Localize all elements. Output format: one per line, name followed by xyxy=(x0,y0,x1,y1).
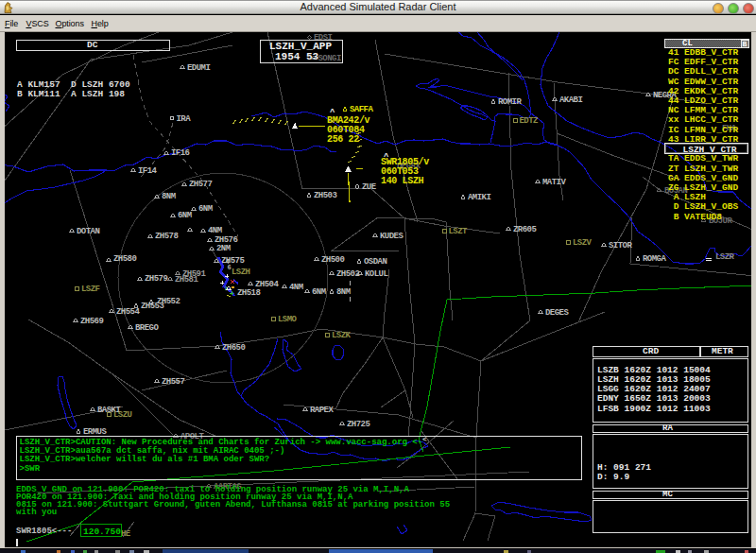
svg-text:LSZV: LSZV xyxy=(573,238,593,248)
svg-text:ROMGA: ROMGA xyxy=(643,254,666,264)
svg-text:256 22: 256 22 xyxy=(327,134,359,145)
svg-text:4NM: 4NM xyxy=(289,283,303,292)
svg-text:EDUMI: EDUMI xyxy=(187,63,210,73)
svg-text:ROMIR: ROMIR xyxy=(498,97,522,107)
svg-text:ZH554: ZH554 xyxy=(116,307,140,317)
svg-text:LSZF: LSZF xyxy=(81,285,100,294)
svg-text:LSZR: LSZR xyxy=(715,252,735,262)
svg-text:6NM: 6NM xyxy=(178,211,192,220)
svg-text:ZH557: ZH557 xyxy=(162,377,184,387)
svg-text:ZH650: ZH650 xyxy=(222,343,245,353)
svg-text:DOTAN: DOTAN xyxy=(77,227,99,236)
svg-text:LSZT: LSZT xyxy=(449,227,469,236)
svg-text:IF14: IF14 xyxy=(138,166,158,176)
svg-text:ZH580: ZH580 xyxy=(113,254,136,264)
svg-text:KOLUL: KOLUL xyxy=(365,269,387,279)
svg-text:ZH577: ZH577 xyxy=(189,180,212,189)
svg-text:ZUE: ZUE xyxy=(362,182,377,192)
svg-text:SAFFA: SAFFA xyxy=(350,105,373,114)
svg-text:LSMO: LSMO xyxy=(278,315,298,324)
svg-text:AMIKI: AMIKI xyxy=(468,193,490,202)
svg-text:ZH503: ZH503 xyxy=(314,191,336,200)
svg-text:ZH518: ZH518 xyxy=(237,288,260,298)
svg-text:IF16: IF16 xyxy=(171,148,190,158)
svg-text:ZH578: ZH578 xyxy=(155,232,178,241)
svg-text:ZR605: ZR605 xyxy=(513,225,536,234)
svg-text:SITOR: SITOR xyxy=(609,241,632,251)
svg-text:ZH500: ZH500 xyxy=(321,255,344,265)
svg-text:8NM: 8NM xyxy=(162,192,176,201)
svg-text:140 LSZH: 140 LSZH xyxy=(381,176,424,186)
svg-text:2NM: 2NM xyxy=(216,244,231,253)
svg-text:LSZK: LSZK xyxy=(332,331,352,340)
svg-text:EDTZ: EDTZ xyxy=(520,116,539,126)
svg-text:RAPEX: RAPEX xyxy=(310,406,334,415)
svg-text:6NM: 6NM xyxy=(312,287,326,297)
svg-text:LSZH: LSZH xyxy=(232,268,250,277)
svg-text:MATIV: MATIV xyxy=(542,178,566,187)
svg-text:IRA: IRA xyxy=(177,114,192,124)
svg-text:ZH579: ZH579 xyxy=(145,274,167,284)
svg-text:ZH725: ZH725 xyxy=(347,420,369,429)
svg-text:6NM: 6NM xyxy=(198,204,213,214)
svg-text:ZH502: ZH502 xyxy=(336,269,359,279)
svg-text:ZH581: ZH581 xyxy=(175,275,198,285)
svg-text:AKABI: AKABI xyxy=(559,95,582,105)
svg-text:BREGO: BREGO xyxy=(135,323,159,333)
svg-text:HE: HE xyxy=(121,529,131,539)
svg-text:ZH553: ZH553 xyxy=(141,302,163,311)
svg-text:ZH576: ZH576 xyxy=(215,235,237,245)
svg-text:8NM: 8NM xyxy=(336,287,351,297)
svg-text:LSZU: LSZU xyxy=(113,410,132,420)
svg-text:KUDES: KUDES xyxy=(380,232,404,241)
svg-text:ZH569: ZH569 xyxy=(80,317,103,326)
svg-text:6: 6 xyxy=(228,264,232,271)
svg-text:4NM: 4NM xyxy=(208,226,222,235)
svg-text:DEGES: DEGES xyxy=(545,308,569,318)
svg-text:OSDAN: OSDAN xyxy=(364,257,387,267)
